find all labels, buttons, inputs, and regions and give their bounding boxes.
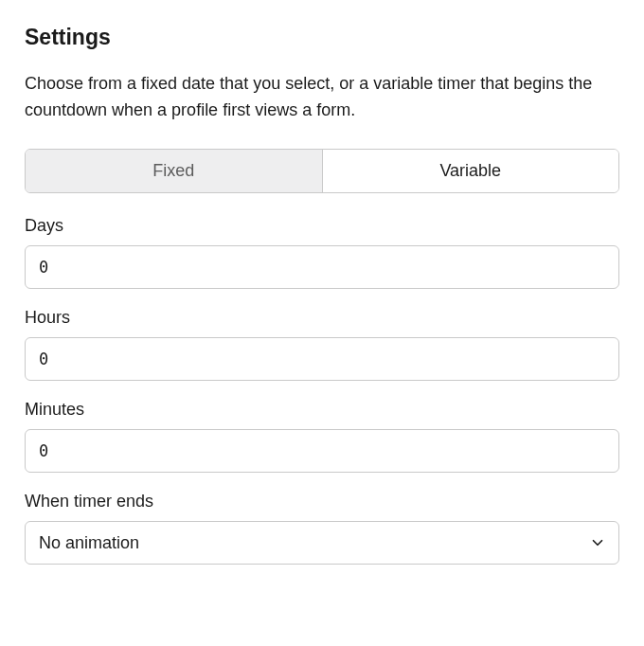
days-label: Days xyxy=(25,216,619,236)
timer-type-segmented-control: Fixed Variable xyxy=(25,149,619,193)
minutes-label: Minutes xyxy=(25,400,619,420)
tab-fixed[interactable]: Fixed xyxy=(26,150,322,192)
settings-description: Choose from a fixed date that you select… xyxy=(25,71,619,124)
days-input[interactable] xyxy=(25,245,619,289)
tab-variable[interactable]: Variable xyxy=(322,150,619,192)
hours-input[interactable] xyxy=(25,337,619,381)
when-timer-ends-select[interactable]: No animation xyxy=(25,521,619,565)
hours-label: Hours xyxy=(25,308,619,328)
when-timer-ends-field-group: When timer ends No animation xyxy=(25,492,619,565)
days-field-group: Days xyxy=(25,216,619,289)
minutes-field-group: Minutes xyxy=(25,400,619,473)
minutes-input[interactable] xyxy=(25,429,619,473)
when-timer-ends-label: When timer ends xyxy=(25,492,619,511)
page-title: Settings xyxy=(25,25,619,50)
hours-field-group: Hours xyxy=(25,308,619,381)
when-timer-ends-select-wrapper: No animation xyxy=(25,521,619,565)
